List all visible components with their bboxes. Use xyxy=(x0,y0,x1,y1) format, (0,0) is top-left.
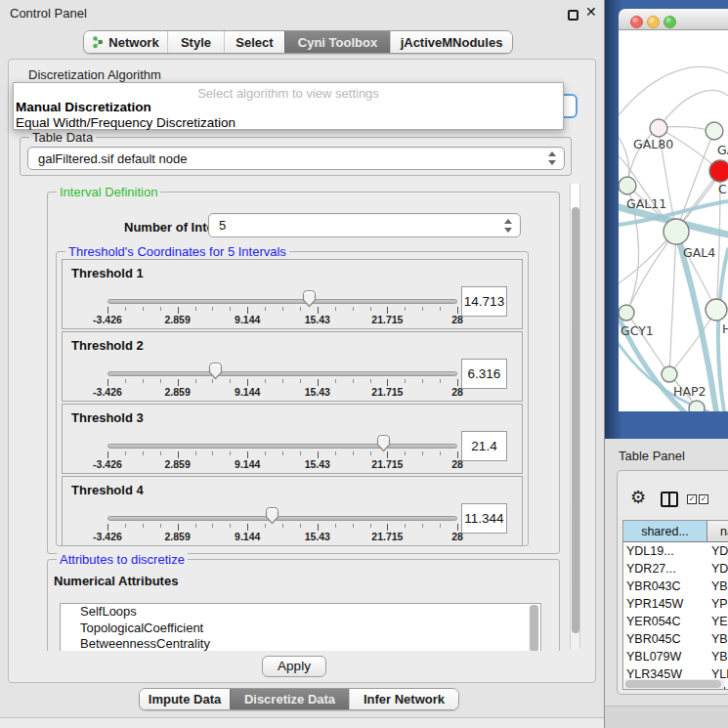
minimize-light-icon[interactable] xyxy=(647,16,660,28)
network-icon xyxy=(92,35,104,49)
tab-jactivemnodules[interactable]: jActiveMNodules xyxy=(390,31,512,53)
network-node-label: C xyxy=(718,182,727,196)
network-node[interactable] xyxy=(706,122,723,140)
network-canvas[interactable]: GAL80GACGAL11GAL4GCY1HHAP2 xyxy=(619,30,728,411)
table-row[interactable]: YDR27...YDR2 xyxy=(623,560,728,578)
table-row[interactable]: YBR045CYBR0 xyxy=(623,630,728,648)
network-node[interactable] xyxy=(709,160,728,182)
network-graph: GAL80GACGAL11GAL4GCY1HHAP2 xyxy=(619,30,728,411)
attribute-item[interactable]: BetweennessCentrality xyxy=(61,636,540,651)
threshold-value-field[interactable]: 21.4 xyxy=(461,431,507,461)
table-header-shared-name[interactable]: shared... xyxy=(623,521,707,542)
close-light-icon[interactable] xyxy=(630,16,643,28)
tab-select[interactable]: Select xyxy=(224,31,284,53)
tick-label: 2.859 xyxy=(164,458,190,470)
slider-track[interactable] xyxy=(107,444,457,449)
tick-label: -3.426 xyxy=(93,458,122,470)
float-window-icon[interactable] xyxy=(568,10,578,21)
table-row[interactable]: YER054CYER0 xyxy=(623,613,728,630)
tick-label: 9.144 xyxy=(235,458,260,470)
threshold-label: Threshold 4 xyxy=(71,483,144,497)
network-node-label: GA xyxy=(717,143,728,157)
thresholds-group: Threshold's Coordinates for 5 Intervals … xyxy=(56,251,529,546)
combo-stepper-icon xyxy=(504,219,513,233)
table-row[interactable]: YBR043CYBR0 xyxy=(623,578,728,595)
tab-cyni-toolbox[interactable]: Cyni Toolbox xyxy=(284,31,390,53)
tab-style[interactable]: Style xyxy=(167,31,224,53)
tab-infer-network[interactable]: Infer Network xyxy=(349,689,458,709)
number-of-intervals-combobox[interactable]: 5 xyxy=(208,213,521,237)
threshold-value-field[interactable]: 6.316 xyxy=(461,359,507,389)
table-panel-title: Table Panel xyxy=(619,449,685,463)
table-row[interactable]: YDL19...YDL1 xyxy=(623,542,728,560)
tab-network[interactable]: Network xyxy=(84,31,167,53)
cell-shared-name: YDR27... xyxy=(626,560,676,578)
slider-track[interactable] xyxy=(107,516,457,521)
network-node-label: GAL80 xyxy=(633,137,673,151)
table-row[interactable]: YPR145WYPR1 xyxy=(623,595,728,613)
table-horizontal-scrollbar[interactable] xyxy=(624,679,724,689)
network-node[interactable] xyxy=(650,119,667,137)
threshold-label: Threshold 1 xyxy=(71,266,144,280)
algorithm-option-0[interactable]: Manual Discretization xyxy=(16,100,151,114)
attribute-item[interactable]: SelfLoops xyxy=(61,604,540,621)
cell-name: YER0 xyxy=(711,613,728,630)
threshold-row-4: Threshold 4-3.4262.8599.14415.4321.71528… xyxy=(62,476,523,546)
column-selector-icon[interactable] xyxy=(661,492,678,507)
cell-name: YBR0 xyxy=(711,630,728,648)
tick-label: 2.859 xyxy=(164,531,190,542)
gear-icon[interactable]: ⚙ xyxy=(630,487,646,508)
network-node[interactable] xyxy=(664,219,689,244)
tab-label: Network xyxy=(108,35,158,50)
network-node[interactable] xyxy=(689,401,705,411)
table-data-combobox-value: galFiltered.sif default node xyxy=(38,151,187,166)
slider-track[interactable] xyxy=(107,371,457,376)
slider-thumb[interactable] xyxy=(265,506,279,525)
node-attribute-table[interactable]: shared... na YDL19...YDL1YDR27...YDR2YBR… xyxy=(622,520,728,690)
table-header-name[interactable]: na xyxy=(707,521,728,542)
network-node[interactable] xyxy=(619,305,634,321)
slider-thumb[interactable] xyxy=(208,362,223,380)
tick-label: -3.426 xyxy=(93,386,122,398)
cell-name: YBR0 xyxy=(711,578,728,595)
tab-impute-data[interactable]: Impute Data xyxy=(140,689,230,709)
zoom-light-icon[interactable] xyxy=(664,16,676,28)
attributes-scrollbar[interactable] xyxy=(528,605,539,651)
tab-label: Discretize Data xyxy=(244,692,335,707)
slider-ticks xyxy=(107,524,457,532)
thresholds-group-title: Threshold's Coordinates for 5 Intervals xyxy=(65,244,289,259)
attribute-item[interactable]: TopologicalCoefficient xyxy=(61,621,540,637)
table-panel-footer xyxy=(605,707,728,728)
tick-label: 21.715 xyxy=(371,531,403,542)
threshold-value-field[interactable]: 14.713 xyxy=(461,286,507,317)
network-node[interactable] xyxy=(619,177,636,194)
apply-button[interactable]: Apply xyxy=(262,656,326,677)
network-node[interactable] xyxy=(662,366,677,382)
threshold-value-field[interactable]: 11.344 xyxy=(461,503,507,534)
tick-label: 15.43 xyxy=(305,386,330,398)
network-node-label: HAP2 xyxy=(673,384,706,399)
cell-name: YDL1 xyxy=(711,542,728,560)
settings-scrollbar-thumb[interactable] xyxy=(572,207,579,633)
tab-discretize-data[interactable]: Discretize Data xyxy=(230,689,349,709)
slider-track[interactable] xyxy=(107,299,457,304)
table-row[interactable]: YBL079WYBL0 xyxy=(623,648,728,665)
slider-thumb[interactable] xyxy=(376,434,391,452)
table-data-combobox[interactable]: galFiltered.sif default node xyxy=(27,147,565,170)
tab-label: Infer Network xyxy=(364,692,445,707)
network-node[interactable] xyxy=(706,299,727,321)
network-edge xyxy=(676,131,714,232)
table-horizontal-scrollbar-thumb[interactable] xyxy=(625,680,721,688)
bottom-strip xyxy=(0,718,605,728)
network-window-titlebar[interactable] xyxy=(619,9,728,30)
slider-thumb[interactable] xyxy=(302,289,317,308)
algorithm-option-1[interactable]: Equal Width/Frequency Discretization xyxy=(16,115,236,130)
close-icon[interactable]: ✕ xyxy=(585,4,597,20)
checkbox-icon[interactable]: ✓ xyxy=(699,494,708,504)
attributes-scrollbar-thumb[interactable] xyxy=(530,605,538,651)
checkbox-icon[interactable]: ✓ xyxy=(687,494,697,504)
network-edge xyxy=(619,67,728,115)
threshold-row-1: Threshold 1-3.4262.8599.14415.4321.71528… xyxy=(62,259,523,329)
numerical-attributes-list[interactable]: SelfLoopsTopologicalCoefficientBetweenne… xyxy=(60,603,541,651)
tick-label: 21.715 xyxy=(371,314,403,325)
